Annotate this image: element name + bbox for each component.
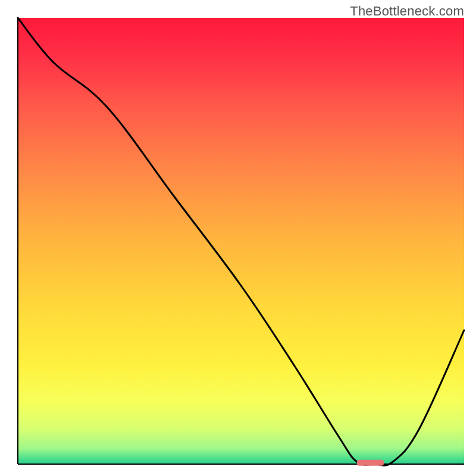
optimal-marker (357, 460, 384, 466)
plot-background (18, 18, 464, 464)
bottleneck-chart (0, 0, 476, 476)
